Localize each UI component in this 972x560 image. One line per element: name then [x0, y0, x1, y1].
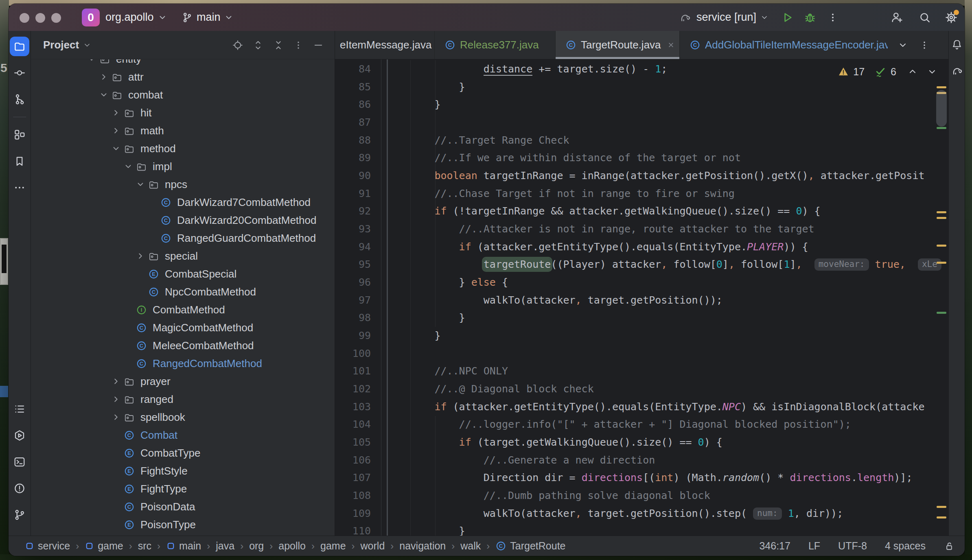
code-line-104[interactable]: //..logger.info("[" + attacker + "] Diag… — [459, 416, 851, 433]
code-line-101[interactable]: //..NPC ONLY — [434, 362, 508, 380]
tree-item-prayer[interactable]: prayer — [31, 372, 335, 390]
line-number[interactable]: 91 — [335, 185, 371, 203]
tree-item-spellbook[interactable]: spellbook — [31, 408, 335, 426]
code-line-106[interactable]: //..Generate a new direction — [484, 451, 655, 469]
caret-position[interactable]: 346:17 — [759, 540, 790, 552]
git-branch-selector[interactable]: main — [182, 4, 233, 31]
close-tab-icon[interactable] — [667, 41, 675, 49]
breadcrumb-apollo[interactable]: apollo — [278, 540, 306, 552]
line-number[interactable]: 85 — [335, 78, 371, 96]
tree-item-DarkWizard7CombatMethod[interactable]: CDarkWizard7CombatMethod — [31, 193, 335, 211]
code-line-107[interactable]: Direction dir = directions[(int) (Math.r… — [484, 469, 913, 487]
line-number[interactable]: 105 — [335, 433, 371, 451]
ok-stripe-mark[interactable] — [937, 312, 946, 314]
warning-stripe-mark[interactable] — [937, 506, 946, 508]
code-line-110[interactable]: } — [459, 522, 465, 536]
line-number[interactable]: 108 — [335, 487, 371, 505]
tree-item-PoisonType[interactable]: EPoisonType — [31, 516, 335, 534]
tree-item-FightStyle[interactable]: EFightStyle — [31, 462, 335, 480]
ok-stripe-mark[interactable] — [937, 127, 946, 129]
project-panel-title[interactable]: Project — [43, 39, 79, 51]
tool-window-git-button[interactable] — [10, 505, 29, 525]
breadcrumb-java[interactable]: java — [216, 540, 234, 552]
file-writable-lock-icon[interactable] — [944, 540, 955, 552]
select-opened-file-icon[interactable] — [232, 39, 243, 51]
tree-item-Combat[interactable]: CCombat — [31, 426, 335, 444]
tree-item-PoisonData[interactable]: CPoisonData — [31, 498, 335, 516]
settings-gear-icon[interactable] — [944, 11, 958, 24]
hidden-tabs-chevron-down-icon[interactable] — [898, 40, 908, 50]
line-number[interactable]: 96 — [335, 273, 371, 291]
tree-item-combat[interactable]: combat — [31, 86, 335, 104]
tool-window-commit-button[interactable] — [10, 63, 29, 83]
tree-item-ranged[interactable]: ranged — [31, 390, 335, 408]
tree-item-CombatSpecial[interactable]: ECombatSpecial — [31, 265, 335, 283]
breadcrumb-service[interactable]: service — [25, 540, 70, 552]
line-number[interactable]: 99 — [335, 327, 371, 345]
tool-window-structure-button[interactable] — [10, 125, 29, 144]
run-button[interactable] — [781, 11, 794, 24]
code-line-96[interactable]: } else { — [459, 273, 508, 291]
code-line-91[interactable]: //..Chase Target if not in range to fire… — [434, 185, 735, 203]
tree-chevron-right-icon[interactable] — [133, 252, 148, 260]
tree-item-NpcCombatMethod[interactable]: CNpcCombatMethod — [31, 283, 335, 301]
warning-stripe-mark[interactable] — [937, 245, 946, 247]
code-line-85[interactable]: } — [459, 78, 465, 96]
tree-item-math[interactable]: math — [31, 122, 335, 140]
line-number[interactable]: 107 — [335, 469, 371, 487]
tree-item-MagicCombatMethod[interactable]: CMagicCombatMethod — [31, 319, 335, 337]
run-configuration-selector[interactable]: service [run] — [696, 11, 756, 24]
line-number[interactable]: 98 — [335, 309, 371, 327]
breadcrumb-game[interactable]: game — [320, 540, 346, 552]
tree-chevron-right-icon[interactable] — [108, 108, 124, 117]
line-number[interactable]: 87 — [335, 114, 371, 131]
tree-item-special[interactable]: special — [31, 247, 335, 265]
line-number[interactable]: 94 — [335, 238, 371, 256]
collapse-all-icon[interactable] — [273, 39, 284, 51]
previous-problem-chevron-up-icon[interactable] — [908, 67, 917, 77]
notifications-bell-icon[interactable] — [951, 38, 963, 50]
editor-body[interactable]: 8485868788899091929394959697989910010110… — [335, 59, 948, 536]
tree-item-partial[interactable]: E — [31, 534, 335, 536]
debug-button[interactable] — [803, 11, 817, 24]
tree-item-npcs[interactable]: npcs — [31, 175, 335, 193]
code-line-86[interactable]: } — [434, 96, 440, 114]
line-number[interactable]: 109 — [335, 505, 371, 523]
tree-item-hit[interactable]: hit — [31, 104, 335, 122]
file-encoding[interactable]: UTF-8 — [838, 540, 867, 552]
line-number[interactable]: 93 — [335, 220, 371, 238]
line-number[interactable]: 92 — [335, 202, 371, 220]
line-number[interactable]: 84 — [335, 60, 371, 78]
code-line-90[interactable]: boolean targetInRange = inRange(attacker… — [434, 167, 924, 185]
code-line-92[interactable]: if (!targetInRange && attacker.getWalkin… — [434, 202, 820, 220]
line-number[interactable]: 97 — [335, 291, 371, 309]
more-tool-windows-icon[interactable] — [10, 178, 29, 197]
code-line-97[interactable]: walkTo(attacker, target.getPosition()); — [484, 291, 722, 309]
code-with-me-user-add-icon[interactable] — [891, 11, 904, 24]
gradle-tool-window-icon[interactable] — [950, 64, 963, 77]
breadcrumb-world[interactable]: world — [361, 540, 385, 552]
tree-chevron-right-icon[interactable] — [108, 395, 124, 404]
close-window-button[interactable] — [20, 13, 29, 23]
line-number[interactable]: 102 — [335, 380, 371, 398]
tree-item-FightType[interactable]: EFightType — [31, 480, 335, 498]
breadcrumb-org[interactable]: org — [249, 540, 264, 552]
tree-chevron-right-icon[interactable] — [108, 413, 124, 422]
hide-panel-icon[interactable] — [313, 39, 324, 51]
tree-item-CombatType[interactable]: ECombatType — [31, 444, 335, 462]
minimize-window-button[interactable] — [35, 13, 45, 23]
tree-chevron-right-icon[interactable] — [96, 72, 112, 81]
code-line-95[interactable]: targetRoute((Player) attacker, follow[0]… — [484, 256, 941, 273]
breadcrumb-main[interactable]: main — [166, 540, 201, 552]
tree-item-RangedGuardCombatMethod[interactable]: CRangedGuardCombatMethod — [31, 229, 335, 247]
line-number[interactable]: 101 — [335, 362, 371, 380]
warning-stripe-mark[interactable] — [937, 516, 946, 518]
indent-style[interactable]: 4 spaces — [885, 540, 926, 552]
tool-window-todo-button[interactable] — [10, 399, 29, 419]
tool-window-project-button[interactable] — [10, 37, 29, 56]
editor-scrollbar[interactable] — [936, 90, 947, 127]
line-number[interactable]: 95 — [335, 256, 371, 273]
line-number[interactable]: 106 — [335, 451, 371, 469]
next-problem-chevron-down-icon[interactable] — [927, 67, 937, 77]
code-line-105[interactable]: if (target.getWalkingQueue().size() == 0… — [459, 433, 722, 451]
